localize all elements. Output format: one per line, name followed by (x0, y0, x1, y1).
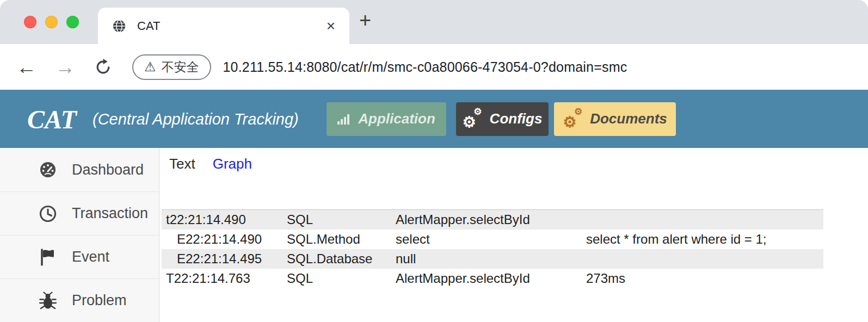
bar-chart-icon (337, 113, 350, 125)
sidebar-item-label: Dashboard (72, 162, 144, 178)
back-icon[interactable]: ← (16, 57, 36, 77)
cogs-icon: ⚙ ⚙ (463, 110, 482, 128)
application-button-label: Application (358, 110, 435, 127)
app-header: CAT (Central Application Tracking) Appli… (0, 90, 868, 148)
globe-icon (112, 19, 126, 33)
dashboard-icon (37, 160, 59, 179)
sidebar: Dashboard Transaction Event (0, 148, 159, 322)
table-row: E22:21:14.490 SQL.Method select select *… (162, 230, 823, 249)
application-button[interactable]: Application (327, 102, 446, 136)
log-time: t22:21:14.490 (162, 212, 287, 227)
log-name: AlertMapper.selectById (396, 271, 586, 286)
window-controls (24, 16, 79, 28)
browser-tab-bar: CAT × + (0, 0, 868, 44)
flag-icon (37, 249, 59, 266)
browser-address-bar: ← → ⚠ 不安全 10.211.55.14:8080/cat/r/m/smc-… (0, 44, 868, 90)
sidebar-item-dashboard[interactable]: Dashboard (0, 148, 159, 191)
sidebar-item-label: Problem (72, 292, 127, 309)
configs-button-label: Configs (490, 110, 543, 127)
log-detail: 273ms (586, 271, 823, 286)
sidebar-item-event[interactable]: Event (0, 235, 159, 278)
log-table: t22:21:14.490 SQL AlertMapper.selectById… (162, 209, 823, 288)
new-tab-button[interactable]: + (359, 9, 371, 32)
browser-tab[interactable]: CAT × (98, 8, 349, 44)
warning-icon: ⚠ (144, 60, 156, 73)
log-name: select (396, 232, 586, 247)
sidebar-item-label: Transaction (72, 205, 148, 222)
table-row: T22:21:14.763 SQL AlertMapper.selectById… (162, 269, 823, 288)
table-row: t22:21:14.490 SQL AlertMapper.selectById (162, 210, 823, 230)
minimize-window-button[interactable] (45, 16, 58, 28)
log-time: T22:21:14.763 (162, 271, 287, 286)
sidebar-item-label: Event (72, 249, 109, 265)
log-detail: select * from alert where id = 1; (586, 232, 823, 247)
main-content: Text Graph t22:21:14.490 SQL AlertMapper… (159, 148, 868, 322)
table-row: E22:21:14.495 SQL.Database null (162, 249, 823, 269)
clock-icon (37, 205, 59, 223)
view-tabs: Text Graph (159, 148, 868, 172)
log-type: SQL (287, 212, 396, 227)
tab-title: CAT (137, 19, 327, 33)
reload-icon[interactable] (95, 59, 112, 76)
forward-icon[interactable]: → (55, 57, 75, 77)
sidebar-item-transaction[interactable]: Transaction (0, 191, 159, 235)
tab-text[interactable]: Text (169, 156, 195, 172)
log-type: SQL (287, 271, 396, 286)
app-subtitle: (Central Application Tracking) (93, 110, 299, 128)
log-time: E22:21:14.495 (162, 251, 287, 267)
log-time: E22:21:14.490 (162, 232, 287, 247)
app-logo: CAT (27, 104, 77, 134)
log-name: AlertMapper.selectById (396, 212, 586, 227)
log-type: SQL.Database (287, 251, 396, 267)
log-type: SQL.Method (287, 232, 396, 247)
cogs-icon: ⚙ ⚙ (563, 110, 582, 128)
configs-button[interactable]: ⚙ ⚙ Configs (456, 102, 549, 136)
bug-icon (37, 292, 59, 310)
browser-window: CAT × + ← → ⚠ 不安全 10.211.55.14:8080/cat/… (0, 0, 868, 322)
maximize-window-button[interactable] (66, 16, 79, 28)
close-tab-icon[interactable]: × (327, 18, 335, 34)
security-badge[interactable]: ⚠ 不安全 (132, 54, 211, 80)
documents-button[interactable]: ⚙ ⚙ Documents (554, 102, 676, 136)
tab-graph[interactable]: Graph (213, 156, 252, 172)
url-input[interactable]: 10.211.55.14:8080/cat/r/m/smc-c0a80066-4… (223, 59, 627, 75)
close-window-button[interactable] (24, 16, 36, 28)
documents-button-label: Documents (590, 110, 667, 127)
sidebar-item-problem[interactable]: Problem (0, 278, 159, 322)
security-label: 不安全 (162, 59, 199, 76)
log-name: null (396, 251, 586, 267)
